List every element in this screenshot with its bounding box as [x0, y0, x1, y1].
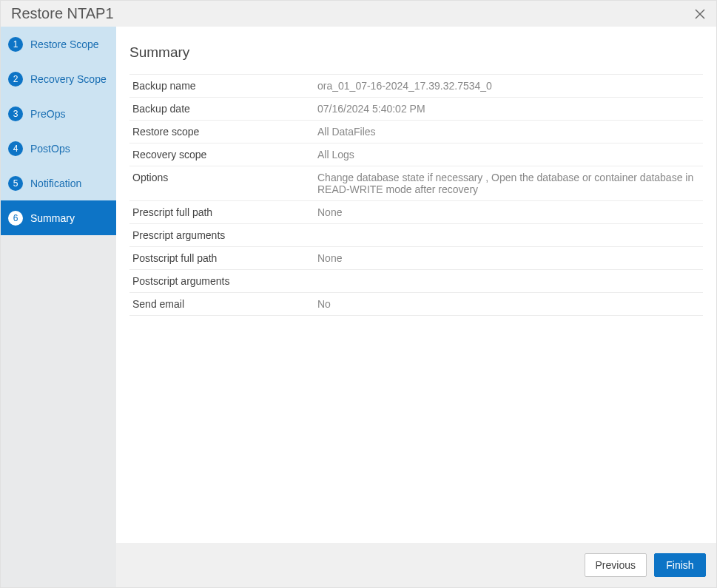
step-label: Notification [30, 178, 81, 189]
step-preops[interactable]: 3 PreOps [1, 96, 116, 131]
summary-value: None [314, 247, 703, 270]
step-number: 6 [8, 211, 23, 226]
summary-panel: Summary Backup name ora_01_07-16-2024_17… [116, 27, 716, 543]
content-area: Summary Backup name ora_01_07-16-2024_17… [116, 27, 716, 587]
modal-footer: Previous Finish [116, 543, 716, 587]
summary-label: Send email [129, 293, 314, 316]
step-number: 3 [8, 107, 23, 121]
summary-label: Postscript full path [129, 247, 314, 270]
step-label: Summary [30, 212, 75, 224]
summary-value [314, 270, 703, 293]
modal-header: Restore NTAP1 [1, 1, 716, 27]
step-recovery-scope[interactable]: 2 Recovery Scope [1, 61, 116, 96]
table-row: Backup name ora_01_07-16-2024_17.39.32.7… [129, 75, 703, 98]
summary-label: Options [129, 166, 314, 201]
summary-value: No [314, 293, 703, 316]
step-label: Restore Scope [30, 38, 99, 50]
summary-label: Prescript arguments [129, 224, 314, 247]
summary-value: All Logs [314, 143, 703, 166]
previous-button[interactable]: Previous [585, 553, 647, 577]
summary-value: ora_01_07-16-2024_17.39.32.7534_0 [314, 75, 703, 98]
table-row: Restore scope All DataFiles [129, 121, 703, 143]
table-row: Prescript full path None [129, 201, 703, 224]
summary-label: Recovery scope [129, 143, 314, 166]
table-row: Postscript arguments [129, 270, 703, 293]
summary-value: All DataFiles [314, 121, 703, 143]
summary-label: Backup date [129, 98, 314, 121]
summary-label: Postscript arguments [129, 270, 314, 293]
table-row: Recovery scope All Logs [129, 143, 703, 166]
summary-value [314, 224, 703, 247]
step-number: 2 [8, 72, 23, 87]
panel-heading: Summary [129, 44, 703, 61]
step-number: 1 [8, 37, 23, 52]
step-label: PostOps [30, 143, 70, 155]
summary-value: 07/16/2024 5:40:02 PM [314, 98, 703, 121]
table-row: Send email No [129, 293, 703, 316]
step-restore-scope[interactable]: 1 Restore Scope [1, 27, 116, 61]
summary-label: Prescript full path [129, 201, 314, 224]
table-row: Prescript arguments [129, 224, 703, 247]
summary-value: None [314, 201, 703, 224]
step-summary[interactable]: 6 Summary [1, 200, 116, 235]
summary-label: Backup name [129, 75, 314, 98]
finish-button[interactable]: Finish [654, 553, 706, 577]
summary-label: Restore scope [129, 121, 314, 143]
wizard-sidebar: 1 Restore Scope 2 Recovery Scope 3 PreOp… [1, 27, 116, 587]
modal-body: 1 Restore Scope 2 Recovery Scope 3 PreOp… [1, 27, 716, 587]
close-icon[interactable] [694, 8, 706, 20]
table-row: Options Change database state if necessa… [129, 166, 703, 201]
table-row: Backup date 07/16/2024 5:40:02 PM [129, 98, 703, 121]
step-label: PreOps [30, 108, 65, 120]
step-postops[interactable]: 4 PostOps [1, 131, 116, 166]
step-notification[interactable]: 5 Notification [1, 166, 116, 200]
step-label: Recovery Scope [30, 73, 107, 85]
step-number: 5 [8, 176, 23, 191]
summary-table: Backup name ora_01_07-16-2024_17.39.32.7… [129, 74, 703, 316]
table-row: Postscript full path None [129, 247, 703, 270]
summary-value: Change database state if necessary , Ope… [314, 166, 703, 201]
step-number: 4 [8, 141, 23, 156]
modal-title: Restore NTAP1 [11, 5, 114, 22]
restore-wizard-modal: Restore NTAP1 1 Restore Scope 2 Recovery… [0, 0, 717, 588]
